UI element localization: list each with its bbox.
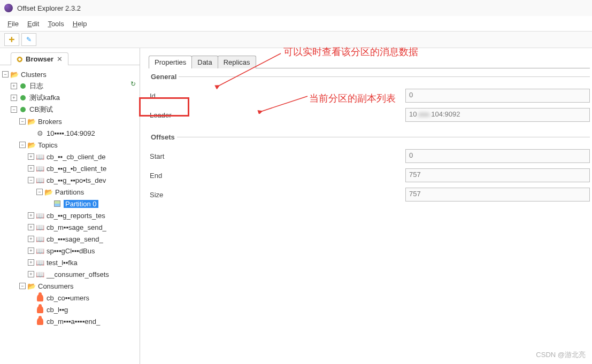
sidebar-tab-header: 🞇 Browser ✕ — [0, 48, 140, 65]
tree-item[interactable]: cb_▪▪g_▪b_client_te — [47, 165, 106, 173]
menu-file[interactable]: File — [4, 19, 22, 29]
tree-item[interactable]: CB测试 — [29, 105, 53, 114]
annotation-1: 可以实时查看该分区的消息数据 — [283, 45, 418, 58]
tree-item[interactable]: cb_▪▪g_▪▪po▪ts_dev — [47, 176, 106, 184]
tree-icon: 🞇 — [17, 56, 22, 63]
leader-value: 10.xxx.104:9092 — [405, 108, 590, 122]
tree-item[interactable]: cb_▪▪g_reports_tes — [47, 212, 105, 220]
toggle-icon[interactable]: − — [11, 106, 17, 113]
toggle-icon[interactable]: + — [11, 83, 17, 89]
highlight-box — [139, 97, 189, 117]
tree-item[interactable]: 日志 — [29, 81, 43, 91]
folder-open-icon: 📂 — [27, 141, 36, 149]
offsets-fieldset: Offsets Start 0 End 757 Size 757 — [149, 133, 590, 204]
toolbar-btn-1[interactable]: 🞣 — [4, 33, 19, 46]
folder-open-icon: 📂 — [27, 282, 36, 290]
toggle-icon[interactable]: + — [11, 95, 17, 101]
close-icon[interactable]: ✕ — [57, 55, 63, 63]
topic-icon: 📖 — [36, 258, 44, 267]
tree-item[interactable]: cb_▪▪_cb_client_de — [47, 153, 105, 161]
annotation-2: 当前分区的副本列表 — [309, 92, 396, 105]
browser-tab-label: Browser — [26, 55, 53, 63]
plus-cluster-icon: 🞣 — [9, 36, 15, 43]
toggle-icon[interactable]: + — [28, 212, 34, 219]
toggle-icon[interactable]: + — [28, 259, 34, 266]
tree-item[interactable]: 10▪▪▪▪.104:9092 — [47, 129, 95, 137]
toggle-icon[interactable]: − — [2, 71, 9, 78]
consumer-icon — [36, 305, 44, 314]
tree-item[interactable]: cb_l▪▪g — [47, 306, 68, 314]
toolbar-btn-2[interactable]: ✎ — [21, 33, 36, 46]
toggle-icon[interactable]: + — [28, 165, 34, 172]
menu-bar: File Edit Tools Help — [0, 16, 592, 31]
end-value: 757 — [405, 168, 590, 182]
watermark: CSDN @游北亮 — [536, 350, 586, 360]
topic-icon: 📖 — [36, 223, 44, 231]
size-value: 757 — [405, 188, 590, 202]
toggle-icon[interactable]: − — [36, 189, 43, 195]
browser-tab[interactable]: 🞇 Browser ✕ — [11, 52, 68, 65]
gear-icon: ⚙ — [36, 129, 44, 137]
offsets-legend: Offsets — [149, 133, 177, 141]
tree-item[interactable]: Partitions — [55, 188, 84, 196]
partition-icon — [53, 199, 61, 208]
topic-icon: 📖 — [36, 246, 44, 255]
topic-icon: 📖 — [36, 235, 44, 243]
menu-help[interactable]: Help — [70, 19, 90, 29]
general-legend: General — [149, 73, 179, 81]
tree-item[interactable]: test_l▪▪fka — [47, 259, 78, 267]
toggle-icon[interactable]: + — [28, 153, 34, 160]
topic-icon: 📖 — [36, 176, 44, 184]
status-green-icon — [19, 105, 27, 114]
menu-edit[interactable]: Edit — [24, 19, 42, 29]
toggle-icon[interactable]: + — [28, 247, 34, 254]
topic-icon: 📖 — [36, 270, 44, 278]
folder-open-icon: 📂 — [44, 188, 53, 196]
app-logo-icon — [4, 4, 13, 12]
start-label: Start — [149, 152, 405, 160]
toggle-icon[interactable]: − — [19, 283, 26, 289]
id-value: 0 — [405, 89, 590, 103]
toggle-icon[interactable]: + — [28, 224, 34, 230]
menu-tools[interactable]: Tools — [44, 19, 67, 29]
tab-data[interactable]: Data — [191, 56, 218, 68]
tree-item[interactable]: cb_m▪▪▪a▪▪▪▪end_ — [47, 317, 100, 326]
topic-icon: 📖 — [36, 152, 44, 161]
toggle-icon[interactable]: − — [19, 118, 26, 125]
toggle-icon[interactable]: − — [19, 142, 26, 148]
edit-icon: ✎ — [26, 36, 32, 43]
start-value: 0 — [405, 149, 590, 163]
tab-properties[interactable]: Properties — [149, 56, 192, 68]
tree-item-selected[interactable]: Partition 0 — [64, 200, 98, 208]
sidebar: 🞇 Browser ✕ ↻ −📂Clusters +日志 +测试kafka −C… — [0, 48, 140, 364]
tree-item[interactable]: Topics — [38, 141, 58, 149]
consumer-icon — [36, 293, 44, 302]
window-title: Offset Explorer 2.3.2 — [17, 4, 81, 12]
tree-item[interactable]: 测试kafka — [29, 93, 60, 103]
tree[interactable]: −📂Clusters +日志 +测试kafka −CB测试 −📂Brokers … — [0, 65, 140, 364]
topic-icon: 📖 — [36, 164, 44, 173]
tree-item[interactable]: __consumer_offsets — [47, 270, 109, 278]
consumer-icon — [36, 317, 44, 326]
end-label: End — [149, 172, 405, 180]
toggle-icon[interactable]: + — [28, 271, 34, 277]
tree-item[interactable]: Consumers — [38, 282, 73, 290]
tree-item[interactable]: Brokers — [38, 118, 62, 126]
tree-item[interactable]: cb_m▪▪sage_send_ — [47, 223, 106, 231]
tab-replicas[interactable]: Replicas — [218, 56, 256, 68]
tree-item[interactable]: cb_co▪▪umers — [47, 294, 89, 302]
status-green-icon — [19, 94, 27, 102]
tree-item[interactable]: sp▪▪▪gCl▪▪▪dBus — [47, 247, 95, 255]
folder-open-icon: 📂 — [27, 117, 36, 126]
size-label: Size — [149, 191, 405, 199]
status-green-icon — [19, 82, 27, 90]
tree-item[interactable]: cb_▪▪▪sage_send_ — [47, 235, 103, 243]
toggle-icon[interactable]: + — [28, 236, 34, 242]
title-bar: Offset Explorer 2.3.2 — [0, 0, 592, 16]
tree-root[interactable]: Clusters — [21, 71, 47, 79]
toggle-icon[interactable]: − — [28, 177, 34, 183]
topic-icon: 📖 — [36, 211, 44, 220]
folder-open-icon: 📂 — [10, 70, 19, 79]
